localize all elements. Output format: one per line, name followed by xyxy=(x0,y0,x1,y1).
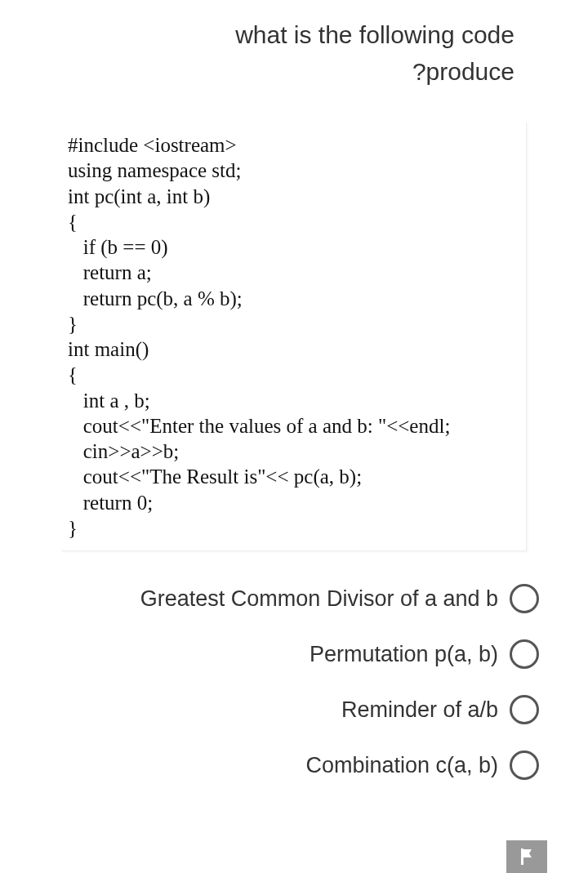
code-block: #include <iostream> using namespace std;… xyxy=(61,122,527,551)
option-label: Greatest Common Divisor of a and b xyxy=(140,586,498,612)
flag-icon xyxy=(519,847,535,866)
radio-icon[interactable] xyxy=(510,751,539,780)
option-row[interactable]: Greatest Common Divisor of a and b xyxy=(49,584,539,613)
option-row[interactable]: Reminder of a/b xyxy=(49,695,539,724)
options-list: Greatest Common Divisor of a and b Permu… xyxy=(0,576,588,780)
question-line1: what is the following code xyxy=(235,21,514,48)
option-row[interactable]: Permutation p(a, b) xyxy=(49,639,539,669)
option-row[interactable]: Combination c(a, b) xyxy=(49,751,539,780)
option-label: Combination c(a, b) xyxy=(305,753,498,778)
radio-icon[interactable] xyxy=(510,584,539,613)
option-label: Permutation p(a, b) xyxy=(310,642,498,667)
question-line2: ?produce xyxy=(412,58,514,85)
option-label: Reminder of a/b xyxy=(341,697,498,723)
question-text: what is the following code ?produce xyxy=(0,0,588,114)
radio-icon[interactable] xyxy=(510,695,539,724)
svg-rect-0 xyxy=(521,849,523,865)
flag-button[interactable] xyxy=(506,840,547,873)
radio-icon[interactable] xyxy=(510,639,539,669)
